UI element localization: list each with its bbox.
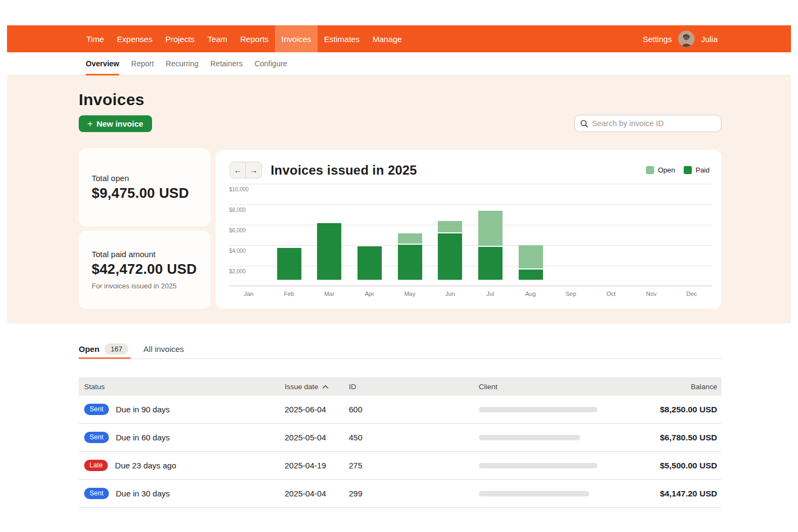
bar-jul[interactable] [478,211,503,280]
bar-aug[interactable] [519,245,543,280]
bar-jul-open-segment [478,211,503,247]
bar-may-paid-segment [398,245,422,280]
xtick-label-jan: Jan [229,291,269,297]
due-text: Due in 30 days [116,489,170,498]
table-row[interactable]: LateDue 23 days ago2025-04-19275$5,500.0… [79,452,721,480]
bar-jun[interactable] [438,221,462,280]
prev-year-button[interactable]: ← [230,162,246,178]
xtick-label-aug: Aug [511,291,551,297]
invoices-subnav: OverviewReportRecurringRetainersConfigur… [7,52,791,75]
nav-item-team[interactable]: Team [201,25,234,52]
total-paid-amount: $42,472.00 USD [92,261,197,278]
xtick-label-oct: Oct [591,291,631,297]
nav-item-expenses[interactable]: Expenses [111,25,159,52]
col-id[interactable]: ID [343,383,473,391]
bar-may-open-segment [398,233,422,245]
invoices-chart-card: ← → Invoices issued in 2025 OpenPaid $10… [216,150,721,309]
subnav-item-recurring[interactable]: Recurring [160,52,204,75]
legend-entry-open: Open [646,166,675,174]
cell-status: LateDue 23 days ago [79,460,279,471]
new-invoice-button[interactable]: + New invoice [79,115,152,132]
tab-all-invoices[interactable]: All invoices [143,340,186,358]
bar-feb[interactable] [277,248,301,280]
due-text: Due in 60 days [116,433,170,442]
legend-label-paid: Paid [696,166,710,174]
cell-client [473,435,608,440]
chart-pager: ← → [230,162,262,178]
nav-item-reports[interactable]: Reports [234,25,276,52]
search-input[interactable] [592,119,716,128]
bar-may[interactable] [398,233,422,280]
chart-legend: OpenPaid [646,166,710,174]
settings-link[interactable]: Settings [643,34,672,44]
new-invoice-label: New invoice [97,119,143,128]
bar-slot-apr [349,184,390,280]
xtick-label-jun: Jun [430,291,470,297]
nav-items: TimeExpensesProjectsTeamReportsInvoicesE… [80,25,408,52]
open-invoices-table: Status Issue date ID Client Balance Sent… [79,377,721,508]
col-issue-date[interactable]: Issue date [279,383,343,391]
client-placeholder [479,491,589,496]
cell-client [473,407,608,412]
cell-status: SentDue in 90 days [79,404,279,415]
bar-slot-jun [430,184,470,280]
bar-apr[interactable] [357,246,382,280]
col-balance[interactable]: Balance [608,383,721,391]
subnav-item-retainers[interactable]: Retainers [204,52,249,75]
tab-open[interactable]: Open 167 [79,340,130,358]
cell-status: SentDue in 30 days [79,488,279,499]
user-name[interactable]: Julia [701,34,718,44]
table-row[interactable]: SentDue in 60 days2025-05-04450$6,780.50… [79,424,721,452]
nav-item-invoices[interactable]: Invoices [275,25,318,52]
bar-slot-jan [229,184,269,280]
cell-issue-date: 2025-06-04 [279,405,343,414]
subnav-item-report[interactable]: Report [125,52,160,75]
bar-mar-paid-segment [317,223,341,280]
cell-id: 275 [343,461,473,470]
bars-layer [229,184,712,280]
cell-balance: $5,500.00 USD [608,461,721,471]
subnav-item-configure[interactable]: Configure [249,52,293,75]
col-status[interactable]: Status [79,383,279,391]
bar-mar[interactable] [317,223,341,280]
status-badge: Sent [84,488,109,499]
status-badge: Late [84,460,108,471]
sort-asc-icon [322,385,328,389]
nav-right: Settings Julia [643,25,791,52]
invoice-list-tabs: Open 167 All invoices [79,340,721,359]
table-row[interactable]: SentDue in 30 days2025-04-04299$4,147.20… [79,480,721,508]
chart-title: Invoices issued in 2025 [271,163,417,178]
hero-section: Invoices + New invoice Total open $9,475… [7,75,791,323]
nav-item-time[interactable]: Time [80,25,111,52]
xtick-label-feb: Feb [269,291,309,297]
bar-slot-sep [551,184,591,280]
nav-item-estimates[interactable]: Estimates [318,25,366,52]
table-row[interactable]: SentDue in 90 days2025-06-04600$8,250.00… [79,396,721,424]
cell-balance: $6,780.50 USD [608,433,721,443]
xtick-label-nov: Nov [631,291,672,297]
col-issue-date-label: Issue date [285,383,318,391]
table-header: Status Issue date ID Client Balance [79,377,721,396]
legend-entry-paid: Paid [684,166,710,174]
search-icon [580,120,588,128]
xtick-label-dec: Dec [671,291,712,297]
nav-item-projects[interactable]: Projects [159,25,201,52]
invoice-search[interactable] [574,115,721,132]
xtick-label-sep: Sep [551,291,591,297]
table-body: SentDue in 90 days2025-06-04600$8,250.00… [79,396,721,508]
bar-slot-nov [631,184,672,280]
user-avatar[interactable] [678,31,694,47]
bar-slot-mar [309,184,349,280]
cell-status: SentDue in 60 days [79,432,279,443]
bar-aug-open-segment [519,245,543,270]
bar-jun-open-segment [438,221,462,233]
col-client[interactable]: Client [473,383,608,391]
total-paid-caption: For invoices issued in 2025 [92,282,197,290]
chart-month-labels: JanFebMarAprMayJunJulAugSepOctNovDec [229,291,712,297]
bar-slot-aug [511,184,551,280]
app-window: TimeExpensesProjectsTeamReportsInvoicesE… [0,0,798,532]
subnav-item-overview[interactable]: Overview [80,52,125,75]
nav-item-manage[interactable]: Manage [366,25,408,52]
next-year-button[interactable]: → [246,162,262,178]
bar-aug-paid-segment [519,270,543,280]
